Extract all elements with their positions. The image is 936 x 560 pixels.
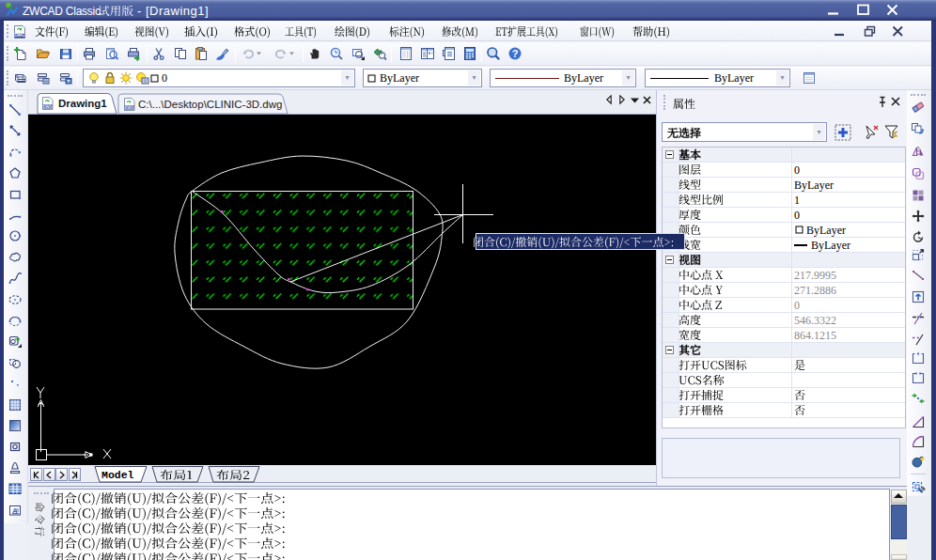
svg-text:DWG: DWG [124,105,134,110]
svg-text:?: ? [512,48,519,59]
svg-text:DWG: DWG [42,104,53,109]
svg-text:DWG: DWG [14,33,25,38]
